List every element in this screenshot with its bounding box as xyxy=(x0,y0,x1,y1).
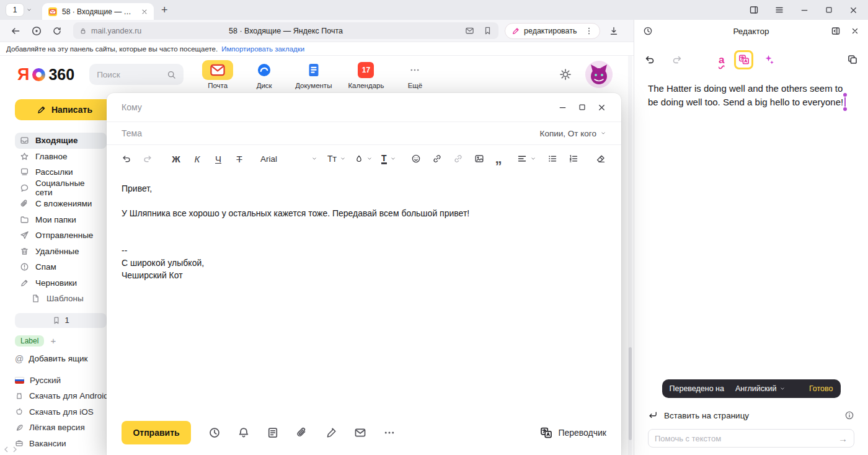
maximize-icon[interactable] xyxy=(825,6,833,14)
settings-gear-icon[interactable] xyxy=(559,68,572,81)
menu-icon[interactable] xyxy=(774,5,784,15)
horizontal-scroll-arrows[interactable] xyxy=(4,446,17,453)
edit-chip-button[interactable]: редактировать xyxy=(505,23,600,39)
highlight-color-select[interactable] xyxy=(355,154,373,163)
spellcheck-icon[interactable]: a xyxy=(719,55,724,65)
sidebar-item-inbox[interactable]: Входящие xyxy=(15,133,107,149)
bookmark-flag-icon[interactable] xyxy=(483,26,492,35)
back-icon[interactable] xyxy=(10,25,21,37)
editor-undo-icon[interactable] xyxy=(644,54,655,65)
sidebar-item-spam[interactable]: Спам xyxy=(15,259,107,275)
translator-button[interactable]: Переводчик xyxy=(540,426,606,439)
done-button[interactable]: Готово xyxy=(809,384,833,393)
bookmark-counter[interactable]: 1 xyxy=(15,313,107,328)
editor-redo-icon[interactable] xyxy=(671,54,683,65)
cc-from-toggle[interactable]: Копии, От кого xyxy=(540,129,606,138)
search-input[interactable] xyxy=(97,70,162,79)
copy-icon[interactable] xyxy=(847,54,858,65)
mail-search[interactable] xyxy=(89,64,184,85)
sidebar-item-newsletters[interactable]: Рассылки xyxy=(15,164,107,180)
translated-text[interactable]: The Hatter is doing well and the others … xyxy=(634,72,868,109)
attach-file-icon[interactable] xyxy=(296,426,308,439)
message-body[interactable]: Привет, У Шляпника все хорошо у остальны… xyxy=(107,172,621,410)
tab-close-icon[interactable] xyxy=(141,8,148,15)
emoji-icon[interactable] xyxy=(411,154,421,164)
submit-arrow-icon[interactable]: → xyxy=(838,433,848,444)
info-icon[interactable] xyxy=(844,410,854,420)
label-tag[interactable]: Label xyxy=(15,335,44,347)
close-window-icon[interactable] xyxy=(849,6,858,15)
template-icon[interactable] xyxy=(267,426,279,439)
address-bar[interactable]: mail.yandex.ru 58 · Входящие — Яндекс По… xyxy=(73,22,498,39)
service-calendar[interactable]: 17 Календарь xyxy=(348,60,384,89)
compose-to-row[interactable]: Кому xyxy=(107,93,621,121)
clear-formatting-icon[interactable] xyxy=(596,154,606,164)
undo-icon[interactable] xyxy=(122,154,131,164)
strikethrough-button[interactable]: Т xyxy=(234,154,244,164)
bullet-list-icon[interactable] xyxy=(547,154,557,164)
italic-button[interactable]: К xyxy=(192,154,202,164)
bold-button[interactable]: Ж xyxy=(171,154,181,164)
android-icon xyxy=(15,392,24,400)
sidebar-item-social[interactable]: Социальные сети xyxy=(15,180,107,197)
open-in-window-icon[interactable] xyxy=(831,26,841,36)
redo-icon[interactable] xyxy=(143,154,153,164)
sidebar-item-drafts[interactable]: Черновики xyxy=(15,275,107,291)
compose-expand-icon[interactable] xyxy=(578,103,587,112)
insert-to-page-button[interactable]: Вставить на страницу xyxy=(664,411,749,420)
send-button[interactable]: Отправить xyxy=(122,421,191,444)
prompt-input[interactable] xyxy=(655,434,838,443)
import-bookmarks-link[interactable]: Импортировать закладки xyxy=(221,45,304,53)
protect-mail-icon[interactable] xyxy=(465,26,474,35)
service-docs[interactable]: Документы xyxy=(295,60,332,89)
insert-image-icon[interactable] xyxy=(474,154,484,164)
notify-icon[interactable] xyxy=(237,426,250,439)
user-avatar[interactable] xyxy=(585,61,613,88)
profile-circle-icon[interactable] xyxy=(31,25,42,37)
numbered-list-icon[interactable] xyxy=(569,154,578,164)
schedule-send-icon[interactable] xyxy=(208,426,221,439)
compose-minimize-icon[interactable] xyxy=(558,103,567,112)
compose-close-icon[interactable] xyxy=(597,103,606,112)
add-label-button[interactable]: + xyxy=(50,335,56,346)
service-mail[interactable]: Почта xyxy=(202,60,233,89)
sidebar-item-attachments[interactable]: С вложениями xyxy=(15,196,107,212)
sidebar-item-my-folders[interactable]: Мои папки xyxy=(15,212,107,228)
chevron-down-icon xyxy=(779,386,786,392)
remove-link-icon[interactable] xyxy=(453,154,463,164)
align-select[interactable] xyxy=(517,154,536,164)
service-disk[interactable]: Диск xyxy=(249,60,279,89)
new-tab-button[interactable]: + xyxy=(161,4,168,17)
browser-tab[interactable]: 58 · Входящие — Янд... xyxy=(42,3,154,20)
chip-kebab-icon[interactable] xyxy=(585,27,593,35)
underline-button[interactable]: Ч xyxy=(213,154,223,164)
font-size-select[interactable]: Тт xyxy=(327,154,346,164)
tab-counter-button[interactable]: 1 xyxy=(6,4,24,16)
translate-tool-highlighted[interactable] xyxy=(734,50,753,69)
minimize-icon[interactable] xyxy=(800,6,809,15)
compose-subject-row[interactable]: Тема Копии, От кого xyxy=(107,121,621,145)
quote-icon[interactable]: „ xyxy=(495,156,502,161)
sidebar-item-templates[interactable]: Шаблоны xyxy=(15,291,107,307)
insert-link-icon[interactable] xyxy=(432,154,442,164)
envelope-icon[interactable] xyxy=(354,426,366,439)
sidebar-item-main[interactable]: Главное xyxy=(15,149,107,165)
ai-sparkle-icon[interactable] xyxy=(763,54,774,65)
vertical-scrollbar-thumb[interactable] xyxy=(629,347,632,440)
language-select[interactable]: Английский xyxy=(735,384,786,393)
more-options-icon[interactable] xyxy=(383,426,396,439)
tab-counter-chevron-icon[interactable] xyxy=(26,7,32,13)
signature-icon[interactable] xyxy=(325,426,337,439)
compose-button[interactable]: Написать xyxy=(15,99,114,120)
history-clock-icon[interactable] xyxy=(643,26,653,36)
alert-icon xyxy=(20,262,29,272)
sidebar-item-deleted[interactable]: Удалённые xyxy=(15,244,107,260)
refresh-icon[interactable] xyxy=(52,26,62,36)
side-panel-icon[interactable] xyxy=(749,5,759,15)
text-color-select[interactable]: Т xyxy=(381,154,396,164)
sidebar-item-sent[interactable]: Отправленные xyxy=(15,228,107,244)
downloads-icon[interactable] xyxy=(609,26,619,36)
service-more[interactable]: Ещё xyxy=(400,60,430,89)
font-family-select[interactable]: Arial xyxy=(260,154,317,164)
yandex-360-logo[interactable]: Я 360 xyxy=(17,65,74,84)
